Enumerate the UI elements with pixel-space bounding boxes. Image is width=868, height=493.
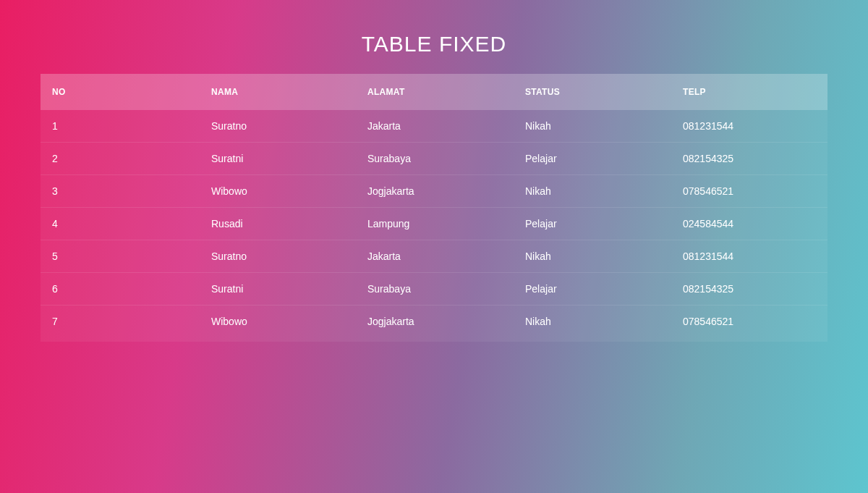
- cell-telp: 081231544: [671, 120, 816, 132]
- cell-status: Nikah: [514, 120, 671, 132]
- col-header-nama: NAMA: [200, 87, 356, 97]
- col-header-telp: TELP: [671, 87, 816, 97]
- table-body-scroll[interactable]: 1 Suratno Jakarta Nikah 081231544 2 Sura…: [41, 110, 827, 342]
- cell-nama: Suratno: [200, 250, 356, 262]
- cell-status: Nikah: [514, 316, 671, 327]
- table-container: NO NAMA ALAMAT STATUS TELP 1 Suratno Jak…: [41, 74, 827, 342]
- table-row: 2 Suratni Surabaya Pelajar 082154325: [41, 142, 827, 174]
- page-title: TABLE FIXED: [362, 32, 507, 56]
- cell-alamat: Jakarta: [356, 120, 514, 132]
- table-row: 1 Suratno Jakarta Nikah 081231544: [41, 110, 827, 142]
- cell-telp: 078546521: [671, 185, 816, 197]
- cell-nama: Suratni: [200, 153, 356, 164]
- cell-telp: 024584544: [671, 218, 816, 229]
- table-row: 7 Wibowo Jogjakarta Nikah 078546521: [41, 305, 827, 337]
- cell-status: Pelajar: [514, 153, 671, 164]
- cell-nama: Suratno: [200, 120, 356, 132]
- col-header-status: STATUS: [514, 87, 671, 97]
- cell-alamat: Lampung: [356, 218, 514, 229]
- col-header-no: NO: [41, 87, 200, 97]
- cell-no: 6: [41, 283, 200, 295]
- table-row: 5 Suratno Jakarta Nikah 081231544: [41, 240, 827, 272]
- table-row: 6 Suratni Surabaya Pelajar 082154325: [41, 272, 827, 305]
- table-row: 4 Rusadi Lampung Pelajar 024584544: [41, 207, 827, 240]
- cell-telp: 081231544: [671, 250, 816, 262]
- cell-alamat: Surabaya: [356, 153, 514, 164]
- cell-no: 5: [41, 250, 200, 262]
- cell-telp: 082154325: [671, 153, 816, 164]
- cell-no: 3: [41, 185, 200, 197]
- col-header-alamat: ALAMAT: [356, 87, 514, 97]
- cell-nama: Rusadi: [200, 218, 356, 229]
- cell-alamat: Jogjakarta: [356, 185, 514, 197]
- cell-no: 7: [41, 316, 200, 327]
- table-row: 3 Wibowo Jogjakarta Nikah 078546521: [41, 174, 827, 207]
- cell-alamat: Jakarta: [356, 250, 514, 262]
- cell-no: 4: [41, 218, 200, 229]
- cell-nama: Wibowo: [200, 185, 356, 197]
- cell-status: Pelajar: [514, 283, 671, 295]
- cell-status: Nikah: [514, 250, 671, 262]
- cell-no: 1: [41, 120, 200, 132]
- cell-telp: 082154325: [671, 283, 816, 295]
- cell-telp: 078546521: [671, 316, 816, 327]
- cell-status: Pelajar: [514, 218, 671, 229]
- cell-nama: Suratni: [200, 283, 356, 295]
- cell-status: Nikah: [514, 185, 671, 197]
- cell-alamat: Jogjakarta: [356, 316, 514, 327]
- cell-alamat: Surabaya: [356, 283, 514, 295]
- cell-nama: Wibowo: [200, 316, 356, 327]
- cell-no: 2: [41, 153, 200, 164]
- table-header: NO NAMA ALAMAT STATUS TELP: [41, 74, 827, 110]
